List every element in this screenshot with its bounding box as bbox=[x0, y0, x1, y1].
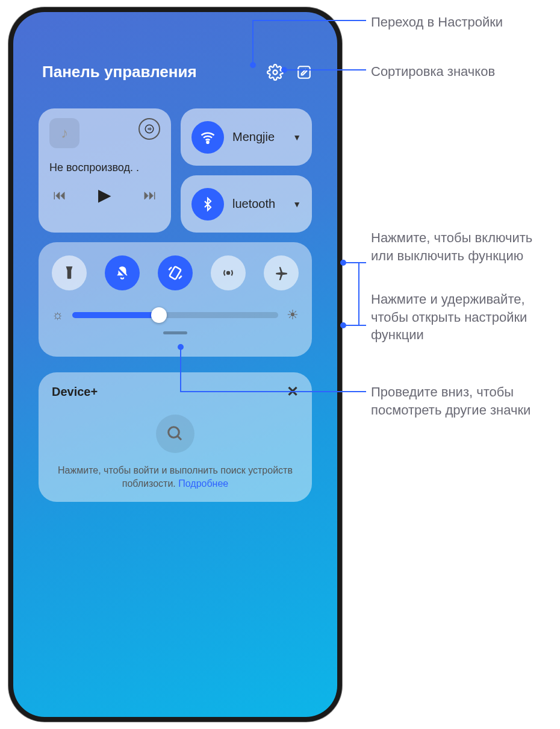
flashlight-icon bbox=[61, 265, 77, 281]
bluetooth-toggle[interactable]: luetooth ▼ bbox=[181, 175, 312, 233]
airplane-toggle[interactable] bbox=[264, 255, 299, 290]
hotspot-icon bbox=[220, 265, 236, 281]
phone-screen: Панель управления ♪ Не воспроизвод. . bbox=[13, 12, 337, 717]
brightness-high-icon: ☀ bbox=[287, 307, 299, 323]
edit-icon bbox=[296, 64, 312, 80]
rotate-icon bbox=[167, 264, 184, 281]
page-title: Панель управления bbox=[42, 63, 255, 81]
bell-off-icon bbox=[114, 265, 130, 281]
mute-toggle[interactable] bbox=[105, 255, 140, 290]
search-icon bbox=[166, 425, 184, 443]
brightness-slider[interactable]: ☼ ☀ bbox=[52, 307, 299, 323]
svg-point-6 bbox=[227, 272, 229, 274]
wifi-toggle[interactable]: Mengjie ▼ bbox=[181, 108, 312, 166]
drag-handle[interactable] bbox=[163, 331, 187, 334]
gear-icon bbox=[267, 64, 284, 81]
svg-point-3 bbox=[207, 141, 208, 143]
slider-thumb[interactable] bbox=[151, 307, 167, 323]
edit-button[interactable] bbox=[295, 63, 313, 81]
music-note-icon: ♪ bbox=[49, 118, 79, 148]
callout-sort: Сортировка значков bbox=[371, 63, 495, 81]
media-status: Не воспроизвод. . bbox=[49, 161, 160, 174]
next-track-icon[interactable]: ⏭ bbox=[143, 187, 157, 203]
flashlight-toggle[interactable] bbox=[52, 255, 87, 290]
bluetooth-icon bbox=[191, 188, 224, 221]
control-panel-content: ♪ Не воспроизвод. . ⏮ ▶ ⏭ bbox=[39, 108, 312, 502]
callout-tap: Нажмите, чтобы включить или выключить фу… bbox=[371, 229, 552, 264]
audio-cast-icon[interactable] bbox=[138, 118, 160, 140]
close-icon[interactable]: ✕ bbox=[287, 383, 299, 400]
device-plus-title: Device+ bbox=[52, 385, 98, 399]
settings-button[interactable] bbox=[266, 63, 284, 81]
device-hint-text: Нажмите, чтобы войти и выполнить поиск у… bbox=[58, 465, 293, 489]
hotspot-toggle[interactable] bbox=[211, 255, 246, 290]
device-plus-hint: Нажмите, чтобы войти и выполнить поиск у… bbox=[52, 464, 299, 490]
wifi-label: Mengjie bbox=[232, 130, 284, 144]
svg-rect-1 bbox=[298, 66, 310, 78]
play-icon[interactable]: ▶ bbox=[98, 185, 111, 205]
device-plus-card[interactable]: Device+ ✕ Нажмите, чтобы войти и выполни… bbox=[39, 372, 312, 502]
media-player-card[interactable]: ♪ Не воспроизвод. . ⏮ ▶ ⏭ bbox=[39, 108, 171, 233]
airplane-icon bbox=[273, 265, 289, 281]
top-row: ♪ Не воспроизвод. . ⏮ ▶ ⏭ bbox=[39, 108, 312, 233]
learn-more-link[interactable]: Подробнее bbox=[178, 478, 228, 489]
chevron-down-icon[interactable]: ▼ bbox=[293, 199, 301, 209]
callout-hold: Нажмите и удерживайте, чтобы открыть нас… bbox=[371, 290, 552, 344]
brightness-low-icon: ☼ bbox=[52, 307, 64, 323]
bluetooth-label: luetooth bbox=[232, 197, 284, 211]
callout-swipe: Проведите вниз, чтобы посмотреть другие … bbox=[371, 383, 552, 419]
wifi-icon bbox=[191, 121, 224, 154]
chevron-down-icon[interactable]: ▼ bbox=[293, 133, 301, 142]
svg-point-0 bbox=[273, 70, 278, 74]
autorotate-toggle[interactable] bbox=[158, 255, 193, 290]
phone-frame: Панель управления ♪ Не воспроизвод. . bbox=[8, 7, 342, 722]
prev-track-icon[interactable]: ⏮ bbox=[53, 187, 66, 203]
slider-track[interactable] bbox=[72, 312, 278, 318]
callout-settings: Переход в Настройки bbox=[371, 13, 503, 31]
svg-line-8 bbox=[178, 436, 181, 440]
svg-point-7 bbox=[169, 427, 179, 438]
control-panel-header: Панель управления bbox=[13, 63, 337, 81]
quick-toggles-card: ☼ ☀ bbox=[39, 242, 312, 357]
search-devices-button[interactable] bbox=[156, 415, 194, 453]
